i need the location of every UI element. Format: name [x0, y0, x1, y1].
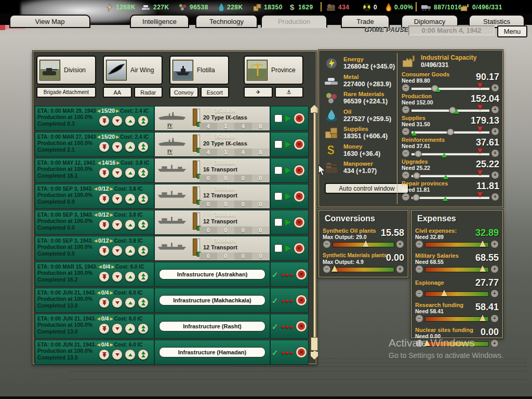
slider-track[interactable] — [411, 150, 489, 157]
serial-increase-arrow[interactable]: ▶ — [110, 238, 113, 243]
decrease-button[interactable] — [112, 167, 123, 178]
serial-decrease-arrow[interactable]: ◀ — [94, 212, 97, 217]
tab-intelligence[interactable]: Intelligence — [130, 15, 189, 28]
minus-button[interactable]: − — [402, 193, 410, 201]
infrastructure-button[interactable]: Infrastructure (Makhachkala) — [159, 295, 265, 305]
minus-button[interactable]: − — [402, 84, 410, 92]
minus-button[interactable]: − — [402, 171, 410, 179]
cancel-button[interactable]: ✕ — [296, 347, 307, 358]
slider-knob[interactable] — [413, 172, 420, 179]
approved-check-icon[interactable]: ✓ — [272, 296, 278, 305]
increase-button[interactable] — [125, 219, 136, 230]
rush-arrows-icon[interactable]: ►►► — [281, 350, 293, 355]
minus-button[interactable]: − — [323, 240, 331, 248]
decrease-max-button[interactable] — [99, 349, 110, 360]
decrease-button[interactable] — [112, 323, 123, 334]
minus-button[interactable]: − — [415, 289, 423, 298]
cancel-button[interactable]: ✕ — [294, 165, 305, 176]
tab-technology[interactable]: Technology — [195, 15, 258, 28]
increase-max-button[interactable] — [138, 245, 149, 256]
plus-button[interactable]: + — [491, 127, 499, 136]
air-base-button[interactable]: ✈ — [244, 87, 273, 98]
plus-button[interactable]: + — [490, 289, 499, 298]
increase-button[interactable] — [125, 297, 136, 308]
radar-button[interactable]: Radar — [134, 87, 163, 98]
serial-decrease-arrow[interactable]: ◀ — [97, 342, 100, 347]
slider-marker[interactable] — [480, 241, 486, 247]
scrollbar-track[interactable] — [313, 112, 316, 352]
slider-track[interactable] — [411, 128, 489, 135]
serial-decrease-arrow[interactable]: ◀ — [98, 264, 101, 269]
minus-button[interactable]: − — [415, 314, 423, 323]
cancel-button[interactable]: ✕ — [294, 243, 305, 254]
serial-increase-arrow[interactable]: ▶ — [116, 135, 119, 139]
increase-button[interactable] — [125, 245, 136, 256]
serial-increase-arrow[interactable]: ▶ — [116, 109, 119, 113]
decrease-max-button[interactable] — [99, 245, 110, 256]
decrease-max-button[interactable] — [99, 219, 110, 230]
tab-production[interactable]: Production — [261, 15, 327, 28]
decrease-button[interactable] — [112, 297, 123, 308]
menu-button[interactable]: Menu — [497, 25, 527, 37]
plus-button[interactable]: + — [491, 149, 499, 157]
minus-button[interactable]: − — [415, 265, 423, 273]
scroll-up-arrow[interactable] — [311, 105, 318, 113]
serial-decrease-arrow[interactable]: ◀ — [97, 316, 100, 321]
plus-button[interactable]: + — [491, 84, 499, 92]
continue-button[interactable] — [285, 245, 291, 251]
decrease-max-button[interactable] — [99, 271, 110, 282]
slider-marker[interactable] — [441, 290, 447, 296]
unit-cell[interactable]: 3000km 12 Transport 0000 — [154, 184, 270, 208]
minus-button[interactable]: − — [415, 240, 423, 248]
increase-button[interactable] — [125, 193, 136, 204]
decrease-button[interactable] — [112, 349, 123, 360]
deploy-checkbox[interactable] — [274, 114, 283, 123]
deploy-checkbox[interactable] — [274, 218, 283, 227]
cancel-button[interactable]: ✕ — [294, 191, 305, 202]
minus-button[interactable]: − — [402, 105, 410, 114]
slider-marker[interactable] — [480, 315, 486, 321]
naval-base-button[interactable]: ⚓ — [275, 87, 304, 98]
plus-button[interactable]: + — [490, 314, 499, 323]
minus-button[interactable]: − — [323, 265, 331, 273]
continue-button[interactable] — [285, 219, 291, 225]
slider-track[interactable] — [425, 265, 489, 273]
increase-max-button[interactable] — [138, 297, 149, 308]
increase-max-button[interactable] — [138, 141, 149, 152]
serial-decrease-arrow[interactable]: ◀ — [97, 290, 100, 295]
approved-check-icon[interactable]: ✓ — [272, 270, 278, 279]
cancel-button[interactable]: ✕ — [294, 217, 305, 228]
decrease-button[interactable] — [112, 193, 123, 204]
continue-button[interactable] — [285, 115, 291, 122]
scroll-down-arrow[interactable] — [311, 352, 318, 360]
slider-track[interactable] — [425, 241, 489, 248]
increase-button[interactable] — [125, 323, 136, 334]
increase-button[interactable] — [125, 141, 136, 152]
slider-track[interactable] — [411, 171, 489, 179]
increase-button[interactable] — [125, 115, 136, 126]
convoy-button[interactable]: Convoy — [169, 87, 198, 98]
slider-track[interactable] — [425, 290, 489, 297]
plus-button[interactable]: + — [490, 339, 499, 348]
increase-max-button[interactable] — [138, 219, 149, 230]
serial-increase-arrow[interactable]: ▶ — [110, 290, 113, 295]
build-province-button[interactable]: Province — [244, 56, 303, 85]
unit-cell[interactable]: IV 3500km 20 Type IX-class 4148 — [154, 132, 270, 156]
slider-track[interactable] — [411, 84, 489, 91]
serial-decrease-arrow[interactable]: ◀ — [94, 238, 97, 243]
slider-knob[interactable] — [447, 128, 454, 136]
decrease-button[interactable] — [112, 141, 123, 152]
tab-view-map[interactable]: View Map — [9, 15, 90, 28]
increase-button[interactable] — [125, 271, 136, 282]
decrease-max-button[interactable] — [99, 193, 110, 204]
slider-track[interactable] — [332, 241, 394, 248]
serial-increase-arrow[interactable]: ▶ — [110, 187, 113, 191]
rush-arrows-icon[interactable]: ►►► — [281, 272, 293, 277]
deploy-checkbox[interactable] — [274, 166, 283, 175]
aa-button[interactable]: AA — [103, 87, 132, 98]
build-division-button[interactable]: Division — [36, 56, 96, 85]
infrastructure-button[interactable]: Infrastructure (Astrakhan) — [159, 269, 265, 280]
plus-button[interactable]: + — [396, 265, 404, 273]
plus-button[interactable]: + — [490, 240, 499, 248]
unit-cell[interactable]: IV 3500km 20 Type IX-class 4148 — [154, 107, 270, 130]
